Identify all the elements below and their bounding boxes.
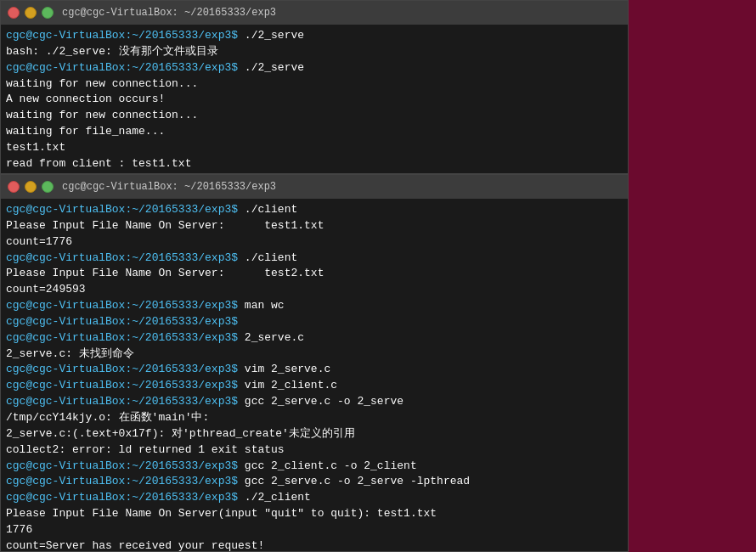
minimize-button-2[interactable] (25, 181, 37, 193)
prompt-1: cgc@cgc-VirtualBox:~/20165333/exp3$ (6, 29, 238, 42)
top-terminal: cgc@cgc-VirtualBox: ~/20165333/exp3 cgc@… (0, 0, 629, 174)
top-terminal-title: cgc@cgc-VirtualBox: ~/20165333/exp3 (62, 7, 276, 19)
minimize-button[interactable] (25, 7, 37, 19)
maximize-button[interactable] (42, 7, 54, 19)
bottom-terminal-title: cgc@cgc-VirtualBox: ~/20165333/exp3 (62, 181, 276, 193)
maximize-button-2[interactable] (42, 181, 54, 193)
close-button-2[interactable] (8, 181, 20, 193)
close-button[interactable] (8, 7, 20, 19)
top-terminal-body: cgc@cgc-VirtualBox:~/20165333/exp3$ ./2_… (1, 25, 628, 175)
bottom-terminal: cgc@cgc-VirtualBox: ~/20165333/exp3 cgc@… (0, 174, 629, 552)
prompt-2: cgc@cgc-VirtualBox:~/20165333/exp3$ (6, 61, 238, 74)
bottom-titlebar: cgc@cgc-VirtualBox: ~/20165333/exp3 (1, 175, 628, 199)
bottom-terminal-content: cgc@cgc-VirtualBox:~/20165333/exp3$ ./cl… (6, 202, 623, 552)
top-titlebar: cgc@cgc-VirtualBox: ~/20165333/exp3 (1, 1, 628, 25)
bottom-terminal-body: cgc@cgc-VirtualBox:~/20165333/exp3$ ./cl… (1, 199, 628, 552)
top-terminal-content: cgc@cgc-VirtualBox:~/20165333/exp3$ ./2_… (6, 28, 623, 175)
